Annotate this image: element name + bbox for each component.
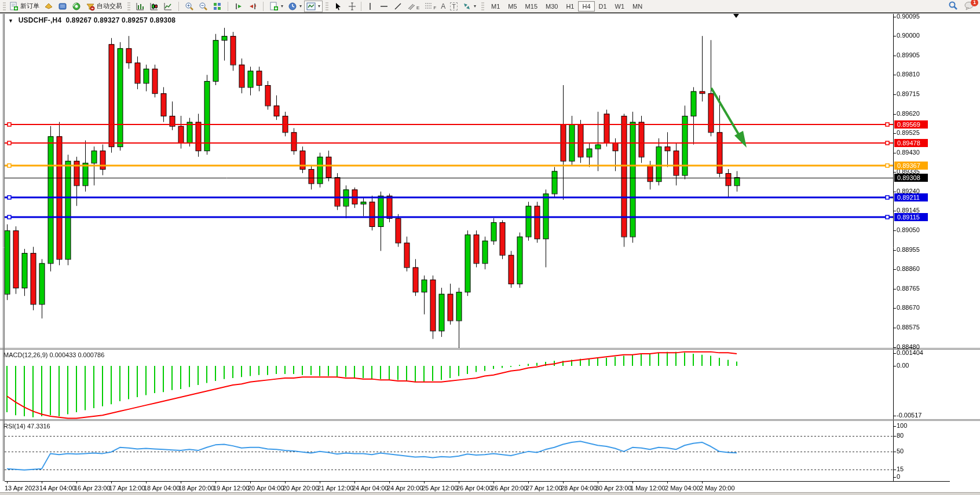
chart-shift-button[interactable] [232, 1, 246, 12]
fibonacci-sub-label: F [433, 5, 436, 10]
tile-windows-button[interactable] [210, 1, 224, 12]
chevron-down-icon: ▾ [281, 3, 283, 9]
text-label-button[interactable]: T [448, 1, 460, 12]
date-axis-label[interactable]: 25 Apr 12:00 [422, 485, 458, 492]
window-top-border [0, 13, 980, 13]
vertical-line-icon [365, 2, 375, 11]
timeframe-m15-button[interactable]: M15 [521, 1, 542, 12]
price-level-badge: 0.89115 [894, 213, 928, 221]
date-axis-label[interactable]: 16 Apr 23:00 [74, 485, 110, 492]
date-axis-label[interactable]: 27 Apr 12:00 [526, 485, 562, 492]
rsi-axis-label: 80 [897, 432, 904, 439]
autotrading-button[interactable]: 自动交易 [83, 1, 125, 12]
timeframe-h1-button[interactable]: H1 [562, 1, 578, 12]
price-chart-canvas[interactable] [0, 13, 980, 492]
window-bottom-edge [0, 492, 980, 495]
fibonacci-button[interactable]: F [422, 1, 438, 12]
collapse-triangle-icon[interactable]: ▼ [8, 18, 13, 24]
timeframe-h4-button[interactable]: H4 [578, 1, 594, 12]
date-axis-label[interactable]: 26 Apr 04:00 [456, 485, 492, 492]
toolbar-separator [178, 2, 179, 11]
chart-shift-marker[interactable] [733, 14, 739, 18]
metaquotes-icon [44, 2, 53, 11]
price-axis-label: 0.89620 [897, 110, 920, 117]
toolbar-grip[interactable] [3, 2, 6, 10]
date-axis-label[interactable]: 2 May 04:00 [665, 485, 700, 492]
date-axis-label[interactable]: 30 Apr 23:00 [595, 485, 631, 492]
cursor-button[interactable] [331, 1, 345, 12]
metaeditor-button[interactable] [56, 1, 70, 12]
date-axis-label[interactable]: 20 Apr 04:00 [248, 485, 284, 492]
shapes-arrows-icon [462, 2, 471, 11]
date-axis-label[interactable]: 17 Apr 12:00 [109, 485, 145, 492]
community-button[interactable] [70, 1, 83, 12]
toolbar-grip[interactable] [127, 2, 130, 10]
zoom-in-icon [185, 2, 194, 11]
horizontal-line-button[interactable] [377, 1, 391, 12]
trendline-button[interactable] [391, 1, 405, 12]
date-axis-label[interactable]: 21 Apr 12:00 [317, 485, 353, 492]
rsi-axis-label: 100 [897, 422, 907, 429]
zoom-out-icon [199, 2, 208, 11]
line-chart-button[interactable] [161, 1, 175, 12]
scroll-group [230, 0, 261, 13]
price-axis-label: 0.90095 [897, 13, 920, 20]
objects-group: E F A T ▾ [330, 0, 480, 13]
date-axis-label[interactable]: 28 Apr 04:00 [561, 485, 597, 492]
crosshair-button[interactable] [345, 1, 359, 12]
zoom-out-button[interactable] [196, 1, 210, 12]
timeframe-mn-button[interactable]: MN [628, 1, 646, 12]
mt4-window: 新订单 自动交易 [0, 0, 980, 495]
timeframe-w1-button[interactable]: W1 [611, 1, 629, 12]
timeframe-m5-button[interactable]: M5 [504, 1, 521, 12]
new-order-label: 新订单 [20, 2, 39, 10]
timeframe-m30-button[interactable]: M30 [542, 1, 562, 12]
timeframe-m1-button[interactable]: M1 [487, 1, 504, 12]
date-axis-label[interactable]: 18 Apr 20:00 [178, 485, 214, 492]
indicators-button[interactable]: ▾ [304, 1, 323, 12]
macd-main-value: 0.000433 [49, 351, 76, 358]
auto-scroll-icon [248, 2, 257, 11]
main-toolbar: 新订单 自动交易 [0, 0, 980, 13]
date-axis-label[interactable]: 1 May 12:00 [630, 485, 665, 492]
date-axis-label[interactable]: 20 Apr 20:00 [283, 485, 319, 492]
channel-button[interactable]: E [405, 1, 422, 12]
metaquotes-button[interactable] [42, 1, 56, 12]
channel-sub-label: E [416, 5, 419, 10]
shapes-button[interactable]: ▾ [460, 1, 478, 12]
toolbar-right: 1 [948, 1, 980, 12]
timeframe-d1-button[interactable]: D1 [595, 1, 611, 12]
date-axis-label[interactable]: 18 Apr 04:00 [144, 485, 180, 492]
new-chart-button[interactable]: ▾ [267, 1, 286, 12]
new-order-button[interactable]: 新订单 [7, 1, 42, 12]
ohlc-close: 0.89308 [149, 16, 175, 24]
price-axis-label: 0.89430 [897, 149, 920, 156]
toolbar-grip[interactable] [326, 2, 328, 10]
macd-name: MACD(12,26,9) [3, 351, 47, 358]
date-axis-label[interactable]: 24 Apr 20:00 [387, 485, 423, 492]
label-tool-icon: T [450, 2, 458, 10]
date-axis-label[interactable]: 26 Apr 20:00 [491, 485, 527, 492]
price-axis-label: 0.88670 [897, 304, 920, 311]
periods-button[interactable]: ▾ [286, 1, 304, 12]
date-axis-label[interactable]: 19 Apr 12:00 [213, 485, 249, 492]
auto-scroll-button[interactable] [246, 1, 259, 12]
autotrading-icon [86, 2, 95, 11]
horizontal-line-icon [379, 2, 389, 11]
zoom-in-button[interactable] [182, 1, 196, 12]
toolbar-grip[interactable] [481, 2, 484, 10]
date-axis-label[interactable]: 24 Apr 04:00 [352, 485, 388, 492]
search-button[interactable] [948, 1, 958, 12]
rsi-axis-label: 0 [897, 473, 900, 480]
bar-chart-button[interactable] [133, 1, 147, 12]
text-button[interactable]: A [438, 1, 448, 12]
date-axis-label[interactable]: 14 Apr 04:00 [39, 485, 75, 492]
candlestick-chart-icon [149, 2, 159, 11]
macd-axis-zero: 0.00 [897, 362, 909, 369]
chat-button[interactable]: 1 [964, 1, 974, 12]
candlestick-chart-button[interactable] [147, 1, 161, 12]
date-axis-label[interactable]: 13 Apr 2023 [5, 485, 39, 492]
line-chart-icon [163, 2, 173, 11]
date-axis-label[interactable]: 2 May 20:00 [700, 485, 735, 492]
vertical-line-button[interactable] [363, 1, 377, 12]
